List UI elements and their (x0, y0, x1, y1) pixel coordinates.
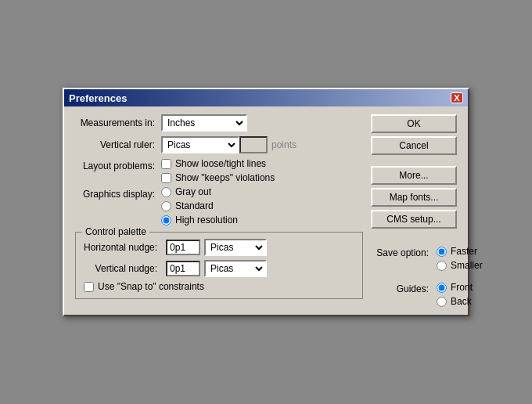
gray-out-radio[interactable] (161, 187, 171, 197)
right-panel: OK Cancel More... Map fonts... CMS setup… (371, 114, 457, 307)
vertical-ruler-select[interactable]: Picas Inches Centimeters Points (161, 136, 239, 153)
save-option-group: Save option: Faster Smaller (376, 246, 457, 271)
measurements-label: Measurements in: (75, 117, 161, 128)
smaller-row: Smaller (437, 260, 483, 271)
guides-label: Guides: (376, 282, 432, 294)
back-radio[interactable] (437, 297, 447, 307)
graphics-display-row: Graphics display: Gray out Standard High… (75, 186, 363, 225)
show-loose-tight-checkbox[interactable] (161, 159, 171, 169)
faster-row: Faster (437, 246, 483, 257)
horizontal-nudge-unit-select[interactable]: Picas Inches Centimeters Points (204, 239, 267, 256)
layout-problems-row: Layout problems: Show loose/tight lines … (75, 158, 363, 183)
snap-to-checkbox[interactable] (84, 282, 94, 292)
layout-problems-label: Layout problems: (75, 158, 161, 171)
gray-out-label: Gray out (175, 186, 211, 197)
right-options: Save option: Faster Smaller Gu (371, 246, 457, 307)
high-resolution-row: High resolution (161, 215, 238, 225)
preferences-dialog: Preferences X Measurements in: Inches Ce… (63, 88, 469, 316)
left-panel: Measurements in: Inches Centimeters Pica… (75, 114, 363, 307)
show-keeps-checkbox[interactable] (161, 173, 171, 183)
more-button[interactable]: More... (371, 166, 457, 185)
keeps-violations-row: Show "keeps" violations (161, 172, 275, 183)
points-label: points (271, 139, 297, 150)
cms-setup-button[interactable]: CMS setup... (371, 210, 457, 229)
horizontal-nudge-row: Horizontal nudge: Picas Inches Centimete… (84, 239, 354, 256)
layout-checkboxes: Show loose/tight lines Show "keeps" viol… (161, 158, 275, 183)
horizontal-nudge-label: Horizontal nudge: (84, 242, 162, 253)
faster-label: Faster (451, 246, 477, 257)
vertical-nudge-row: Vertical nudge: Picas Inches Centimeters… (84, 260, 354, 277)
horizontal-nudge-input[interactable] (166, 240, 200, 255)
vertical-ruler-row: Vertical ruler: Picas Inches Centimeters… (75, 136, 363, 153)
loose-tight-row: Show loose/tight lines (161, 158, 275, 169)
graphics-radios: Gray out Standard High resolution (161, 186, 238, 225)
titlebar: Preferences X (64, 89, 468, 106)
measurements-select[interactable]: Inches Centimeters Picas Points Millimet… (161, 114, 247, 132)
ok-button[interactable]: OK (371, 114, 457, 133)
dialog-body: Measurements in: Inches Centimeters Pica… (64, 106, 468, 315)
smaller-radio[interactable] (437, 261, 447, 271)
points-input[interactable] (239, 136, 268, 153)
high-resolution-radio[interactable] (161, 215, 171, 225)
gray-out-row: Gray out (161, 186, 238, 197)
vertical-nudge-label: Vertical nudge: (84, 263, 162, 274)
front-label: Front (451, 282, 473, 293)
titlebar-title: Preferences (69, 92, 127, 104)
close-button[interactable]: X (451, 92, 463, 103)
back-row: Back (437, 296, 473, 307)
vertical-nudge-unit-select[interactable]: Picas Inches Centimeters Points (204, 260, 267, 277)
vertical-ruler-label: Vertical ruler: (75, 139, 161, 150)
vertical-nudge-input[interactable] (166, 261, 200, 276)
snap-row: Use "Snap to" constraints (84, 281, 354, 292)
measurements-row: Measurements in: Inches Centimeters Pica… (75, 114, 363, 132)
graphics-display-label: Graphics display: (75, 186, 161, 200)
high-resolution-label: High resolution (175, 215, 238, 225)
control-palette-box: Control palette Horizontal nudge: Picas … (75, 232, 363, 299)
show-loose-tight-label: Show loose/tight lines (175, 158, 266, 169)
standard-radio[interactable] (161, 201, 171, 211)
front-row: Front (437, 282, 473, 293)
cancel-button[interactable]: Cancel (371, 136, 457, 155)
show-keeps-label: Show "keeps" violations (175, 172, 275, 183)
standard-row: Standard (161, 200, 238, 211)
save-option-label: Save option: (376, 246, 432, 258)
standard-label: Standard (175, 200, 214, 211)
save-option-radios: Faster Smaller (437, 246, 483, 271)
dialog-title: Preferences (69, 92, 127, 104)
faster-radio[interactable] (437, 247, 447, 257)
front-radio[interactable] (437, 283, 447, 293)
control-palette-legend: Control palette (82, 226, 149, 237)
back-label: Back (451, 296, 472, 307)
guides-group: Guides: Front Back (376, 282, 457, 307)
snap-to-label: Use "Snap to" constraints (98, 281, 204, 292)
map-fonts-button[interactable]: Map fonts... (371, 188, 457, 207)
guides-radios: Front Back (437, 282, 473, 307)
smaller-label: Smaller (451, 260, 483, 271)
